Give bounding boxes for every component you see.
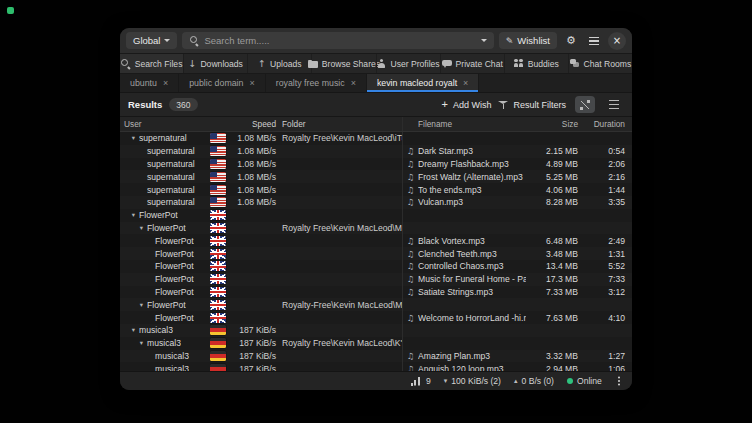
folder-cell: [282, 196, 402, 209]
expander-icon[interactable]: ▾: [136, 224, 147, 232]
de-flag-icon: [210, 325, 226, 335]
table-row[interactable]: supernatural1.08 MB/s♫Dark Star.mp32.15 …: [120, 145, 632, 158]
file-icon-cell: ♫: [402, 362, 418, 371]
tab-uploads[interactable]: ↑Uploads: [247, 54, 311, 73]
close-tab-icon[interactable]: ×: [249, 78, 254, 88]
statusbar-menu-button[interactable]: [615, 380, 623, 382]
search-input[interactable]: [204, 35, 475, 46]
search-tab-kevin-macleod-royalt[interactable]: kevin macleod royalt×: [367, 74, 479, 92]
table-row[interactable]: ▾supernatural1.08 MB/sRoyalty Free\Kevin…: [120, 132, 632, 145]
username: supernatural: [139, 133, 187, 143]
speed-cell: [232, 209, 282, 222]
expander-icon[interactable]: ▾: [128, 326, 139, 334]
add-wish-button[interactable]: + Add Wish: [442, 100, 492, 110]
flag-cell: [210, 132, 232, 145]
tab-buddies[interactable]: Buddies: [504, 54, 568, 73]
upload-rate-indicator[interactable]: ▴ 0 B/s (0): [514, 376, 554, 386]
table-row[interactable]: supernatural1.08 MB/s♫Frost Waltz (Alter…: [120, 170, 632, 183]
username: FlowerPot: [147, 300, 186, 310]
column-header-folder[interactable]: Folder: [282, 117, 402, 131]
table-row[interactable]: FlowerPot♫Black Vortex.mp36.48 MB2:49: [120, 234, 632, 247]
wishlist-button[interactable]: ✎ Wishlist: [499, 32, 557, 49]
wishlist-label: Wishlist: [517, 35, 550, 46]
folder-cell: Royalty Free\Kevin MacLeod\Music(: [282, 222, 402, 235]
search-tabs: ubuntu×public domain×royalty free music×…: [120, 74, 632, 93]
column-header-speed[interactable]: Speed: [232, 117, 282, 131]
column-header-duration[interactable]: Duration: [582, 117, 632, 131]
gb-flag-icon: [210, 300, 226, 310]
column-header-file-icon[interactable]: [402, 117, 418, 131]
file-icon-cell: ♫: [402, 196, 418, 209]
folder-cell: [282, 158, 402, 171]
table-row[interactable]: ▾FlowerPotRoyalty Free\Kevin MacLeod\Mus…: [120, 222, 632, 235]
flag-cell: [210, 196, 232, 209]
tab-browse-shares[interactable]: Browse Shares: [311, 54, 375, 73]
speed-cell: 1.08 MB/s: [232, 183, 282, 196]
close-tab-icon[interactable]: ×: [351, 78, 356, 88]
tab-search-files[interactable]: Search Files: [120, 54, 183, 73]
column-header-country[interactable]: [210, 117, 232, 131]
file-icon-cell: [402, 209, 418, 222]
file-icon-cell: [402, 222, 418, 235]
size-cell: 7.33 MB: [526, 286, 582, 299]
table-row[interactable]: FlowerPot♫Controlled Chaos.mp313.4 MB5:5…: [120, 260, 632, 273]
search-tab-royalty-free-music[interactable]: royalty free music×: [266, 74, 367, 92]
column-header-size[interactable]: Size: [526, 117, 582, 131]
grouping-mode-button[interactable]: [604, 96, 624, 113]
table-row[interactable]: ▾musical3187 KiB/s: [120, 324, 632, 337]
preferences-button[interactable]: ⚙: [562, 32, 580, 50]
table-row[interactable]: ▾musical3187 KiB/sRoyalty Free\Kevin Mac…: [120, 337, 632, 350]
user-cell: ▾musical3: [120, 337, 210, 350]
table-row[interactable]: supernatural1.08 MB/s♫Dreamy Flashback.m…: [120, 158, 632, 171]
table-row[interactable]: FlowerPot♫Satiate Strings.mp37.33 MB3:12: [120, 286, 632, 299]
flag-cell: [210, 350, 232, 363]
size-cell: 17.3 MB: [526, 273, 582, 286]
table-row[interactable]: FlowerPot♫Welcome to HorrorLand -hi.mp37…: [120, 311, 632, 324]
size-cell: 2.94 MB: [526, 362, 582, 371]
table-row[interactable]: musical3187 KiB/s♫Amazing Plan.mp33.32 M…: [120, 350, 632, 363]
user-cell: ▾FlowerPot: [120, 222, 210, 235]
table-row[interactable]: FlowerPot♫Music for Funeral Home - Part …: [120, 273, 632, 286]
upload-rate-value: 0 B/s (0): [521, 376, 553, 386]
expander-icon[interactable]: ▾: [136, 301, 147, 309]
search-tab-public-domain[interactable]: public domain×: [179, 74, 266, 92]
column-header-filename[interactable]: Filename: [418, 117, 526, 131]
connection-status[interactable]: Online: [567, 376, 602, 386]
table-row[interactable]: ▾FlowerPot: [120, 209, 632, 222]
close-window-button[interactable]: ×: [608, 32, 626, 50]
download-rate-indicator[interactable]: ▾ 100 KiB/s (2): [444, 376, 501, 386]
upload-icon: ↑: [258, 59, 266, 69]
username: supernatural: [147, 197, 195, 207]
tab-chat-rooms[interactable]: Chat Rooms: [568, 54, 632, 73]
table-row[interactable]: FlowerPot♫Clenched Teeth.mp33.48 MB1:31: [120, 247, 632, 260]
close-tab-icon[interactable]: ×: [163, 78, 168, 88]
online-users-indicator[interactable]: 9: [411, 376, 431, 386]
table-row[interactable]: supernatural1.08 MB/s♫Vulcan.mp38.28 MB3…: [120, 196, 632, 209]
expander-icon[interactable]: ▾: [128, 211, 139, 219]
tab-downloads[interactable]: ↓Downloads: [183, 54, 247, 73]
result-filters-button[interactable]: Result Filters: [498, 100, 566, 110]
expand-collapse-toggle-button[interactable]: [575, 96, 595, 113]
file-icon-cell: ♫: [402, 273, 418, 286]
table-row[interactable]: ▾FlowerPotRoyalty-Free\Kevin MacLeod\Mus…: [120, 298, 632, 311]
search-history-dropdown-icon[interactable]: [481, 39, 487, 42]
table-row[interactable]: supernatural1.08 MB/s♫To the ends.mp34.0…: [120, 183, 632, 196]
user-cell: ▾FlowerPot: [120, 298, 210, 311]
table-row[interactable]: musical3187 KiB/s♫Anguish 120 loop.mp32.…: [120, 362, 632, 371]
search-scope-dropdown[interactable]: Global: [126, 32, 177, 49]
close-tab-icon[interactable]: ×: [463, 78, 468, 88]
folder-cell: [282, 183, 402, 196]
main-menu-button[interactable]: [585, 32, 603, 50]
tab-user-profiles[interactable]: User Profiles: [376, 54, 440, 73]
expander-icon[interactable]: ▾: [136, 339, 147, 347]
gb-flag-icon: [210, 274, 226, 284]
speed-cell: [232, 298, 282, 311]
file-icon-cell: ♫: [402, 158, 418, 171]
search-entry[interactable]: [182, 32, 493, 49]
search-tab-ubuntu[interactable]: ubuntu×: [120, 74, 179, 92]
folder-cell: [282, 145, 402, 158]
expander-icon[interactable]: ▾: [128, 134, 139, 142]
size-cell: [526, 298, 582, 311]
tab-private-chat[interactable]: Private Chat: [440, 54, 504, 73]
column-header-user[interactable]: User: [120, 117, 210, 131]
